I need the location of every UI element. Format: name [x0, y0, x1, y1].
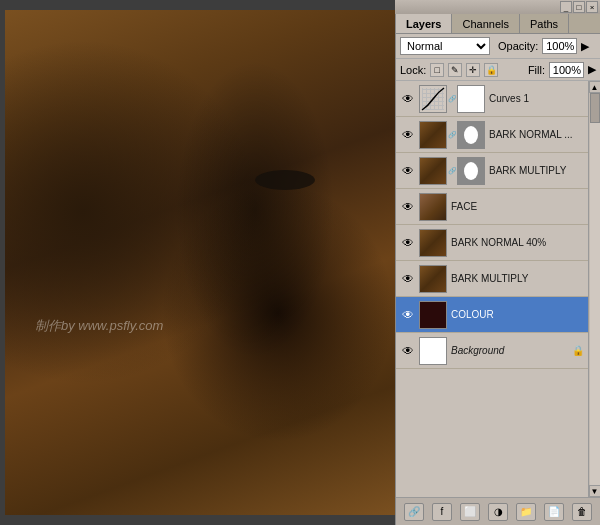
layer-item[interactable]: 👁Background🔒	[396, 333, 588, 369]
opacity-label: Opacity:	[498, 40, 538, 52]
layer-visibility-toggle[interactable]: 👁	[400, 127, 416, 143]
layers-scroll-area: 👁🔗Curves 1👁🔗BARK NORMAL ...👁🔗BARK MULTIP…	[396, 81, 600, 497]
lock-pixels-btn[interactable]: ✎	[448, 63, 462, 77]
layer-visibility-toggle[interactable]: 👁	[400, 91, 416, 107]
layer-name: COLOUR	[451, 309, 586, 320]
layer-chain-icon: 🔗	[448, 85, 456, 113]
close-button[interactable]: ×	[586, 1, 598, 13]
add-mask-button[interactable]: ⬜	[460, 503, 480, 521]
layer-thumbnail	[419, 85, 447, 113]
new-layer-button[interactable]: 📄	[544, 503, 564, 521]
lock-label: Lock:	[400, 64, 426, 76]
layer-mask-thumbnail	[457, 85, 485, 113]
layer-chain-icon: 🔗	[448, 157, 456, 185]
layer-name: Curves 1	[489, 93, 586, 104]
delete-layer-button[interactable]: 🗑	[572, 503, 592, 521]
window-chrome: _ □ ×	[395, 0, 600, 14]
layer-styles-button[interactable]: f	[432, 503, 452, 521]
layer-thumbnail	[419, 337, 447, 365]
layer-item[interactable]: 👁BARK MULTIPLY	[396, 261, 588, 297]
layer-thumbnail	[419, 265, 447, 293]
fill-input[interactable]	[549, 62, 584, 78]
tab-bar: Layers Channels Paths	[396, 14, 600, 34]
layer-name: FACE	[451, 201, 586, 212]
fill-label: Fill:	[528, 64, 545, 76]
canvas-area: 制作by www.psfly.com	[0, 0, 395, 525]
layer-chain-icon: 🔗	[448, 121, 456, 149]
layer-item[interactable]: 👁🔗BARK MULTIPLY	[396, 153, 588, 189]
fill-arrow-icon: ▶	[588, 63, 596, 76]
layer-item[interactable]: 👁COLOUR	[396, 297, 588, 333]
layers-list: 👁🔗Curves 1👁🔗BARK NORMAL ...👁🔗BARK MULTIP…	[396, 81, 588, 497]
layer-visibility-toggle[interactable]: 👁	[400, 307, 416, 323]
layer-name: BARK NORMAL ...	[489, 129, 586, 140]
layer-name: Background	[451, 345, 572, 356]
minimize-button[interactable]: _	[560, 1, 572, 13]
layer-mask-thumbnail	[457, 157, 485, 185]
scroll-thumb[interactable]	[590, 93, 600, 123]
layer-visibility-toggle[interactable]: 👁	[400, 271, 416, 287]
percent-icon: ▶	[581, 40, 589, 53]
layer-item[interactable]: 👁🔗BARK NORMAL ...	[396, 117, 588, 153]
layer-name: BARK NORMAL 40%	[451, 237, 586, 248]
layer-thumbnail	[419, 157, 447, 185]
maximize-button[interactable]: □	[573, 1, 585, 13]
lock-all-btn[interactable]: 🔒	[484, 63, 498, 77]
layer-item[interactable]: 👁🔗Curves 1	[396, 81, 588, 117]
layer-thumbnail	[419, 301, 447, 329]
layer-mask-thumbnail	[457, 121, 485, 149]
lock-position-btn[interactable]: ✛	[466, 63, 480, 77]
lock-transparent-btn[interactable]: □	[430, 63, 444, 77]
blend-row: Normal Dissolve Multiply Screen Overlay …	[396, 34, 600, 59]
lock-row: Lock: □ ✎ ✛ 🔒 Fill: ▶	[396, 59, 600, 81]
svg-point-0	[464, 126, 478, 144]
opacity-input[interactable]	[542, 38, 577, 54]
layer-thumbnail	[419, 193, 447, 221]
layer-visibility-toggle[interactable]: 👁	[400, 343, 416, 359]
eye-shape	[255, 170, 315, 190]
blend-mode-select[interactable]: Normal Dissolve Multiply Screen Overlay	[400, 37, 490, 55]
layer-lock-icon: 🔒	[572, 345, 584, 356]
tab-layers[interactable]: Layers	[396, 14, 452, 33]
layers-panel: Layers Channels Paths Normal Dissolve Mu…	[396, 14, 600, 525]
tab-paths[interactable]: Paths	[520, 14, 569, 33]
scroll-track	[590, 93, 600, 485]
link-layers-button[interactable]: 🔗	[404, 503, 424, 521]
new-group-button[interactable]: 📁	[516, 503, 536, 521]
layer-item[interactable]: 👁BARK NORMAL 40%	[396, 225, 588, 261]
bottom-toolbar: 🔗 f ⬜ ◑ 📁 📄 🗑	[396, 497, 600, 525]
scroll-up-button[interactable]: ▲	[589, 81, 601, 93]
layers-panel-container: _ □ × Layers Channels Paths Normal Disso…	[395, 0, 600, 525]
layer-thumbnail	[419, 121, 447, 149]
layer-visibility-toggle[interactable]: 👁	[400, 199, 416, 215]
layer-name: BARK MULTIPLY	[451, 273, 586, 284]
scroll-down-button[interactable]: ▼	[589, 485, 601, 497]
layer-name: BARK MULTIPLY	[489, 165, 586, 176]
watermark: 制作by www.psfly.com	[35, 317, 163, 335]
new-adjustment-button[interactable]: ◑	[488, 503, 508, 521]
canvas-image: 制作by www.psfly.com	[5, 10, 395, 515]
layer-visibility-toggle[interactable]: 👁	[400, 235, 416, 251]
layer-thumbnail	[419, 229, 447, 257]
layer-item[interactable]: 👁FACE	[396, 189, 588, 225]
face-shadow	[175, 60, 335, 360]
tab-channels[interactable]: Channels	[452, 14, 519, 33]
layers-scrollbar[interactable]: ▲ ▼	[588, 81, 600, 497]
svg-point-1	[464, 162, 478, 180]
layer-visibility-toggle[interactable]: 👁	[400, 163, 416, 179]
